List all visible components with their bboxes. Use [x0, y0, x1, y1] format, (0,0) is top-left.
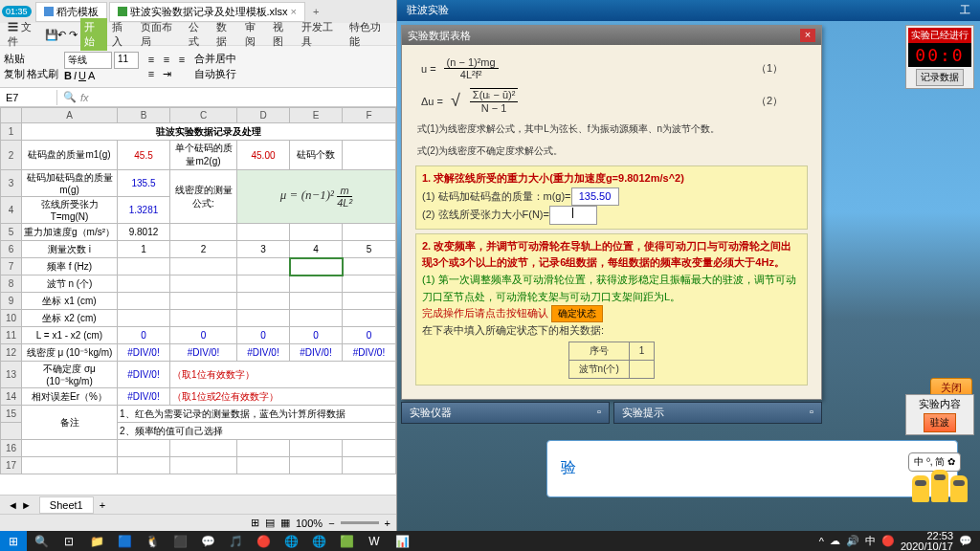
save-icon[interactable]: 💾 — [45, 29, 56, 40]
cell[interactable]: 砝码盘的质量m1(g) — [22, 141, 118, 170]
menu-special[interactable]: 特色功能 — [345, 18, 392, 51]
app-icon[interactable]: ⬛ — [167, 531, 193, 551]
cell[interactable]: 3 — [237, 241, 290, 258]
align-right-icon[interactable]: ≡ — [175, 53, 189, 66]
view-icon[interactable]: ▦ — [280, 517, 290, 529]
app-icon[interactable]: 📊 — [389, 531, 415, 551]
search-icon[interactable]: 🔍 — [28, 531, 55, 551]
sheet-tab[interactable]: Sheet1 — [39, 496, 94, 514]
chrome-icon[interactable]: 🌐 — [305, 531, 332, 551]
record-button[interactable]: 记录数据 — [916, 69, 964, 86]
cell[interactable]: 弦线所受张力T=mg(N) — [22, 197, 118, 224]
cell[interactable]: 0 — [290, 327, 343, 344]
cell[interactable]: 波节 n (个) — [22, 276, 118, 293]
redo-icon[interactable]: ↷ — [69, 29, 79, 40]
name-box[interactable]: E7 — [0, 90, 57, 105]
cell[interactable]: 砝码个数 — [290, 141, 343, 170]
cell[interactable]: #DIV/0! — [118, 344, 170, 362]
view-icon[interactable]: ▤ — [265, 517, 275, 529]
zoom-out[interactable]: − — [328, 518, 334, 529]
zoom-label[interactable]: 100% — [296, 518, 323, 529]
font-select[interactable]: 等线 — [64, 52, 112, 69]
align-center-icon[interactable]: ≡ — [160, 53, 173, 66]
cell[interactable]: 坐标 x2 (cm) — [22, 310, 118, 327]
cell[interactable]: 9.8012 — [118, 224, 170, 241]
app-icon[interactable]: 💬 — [194, 531, 221, 551]
cell[interactable]: （取1位或2位有效数字） — [170, 388, 396, 406]
zoom-in[interactable]: + — [385, 518, 390, 529]
app-icon[interactable]: 🔴 — [250, 531, 277, 551]
menu-review[interactable]: 审阅 — [241, 18, 269, 51]
tension-input[interactable] — [549, 206, 597, 225]
paste-button[interactable]: 粘贴 — [4, 52, 58, 66]
fill-color[interactable]: A — [88, 70, 95, 81]
cell[interactable]: 单个砝码的质量m2(g) — [170, 141, 237, 170]
undo-icon[interactable]: ↶ — [57, 29, 68, 40]
menu-dev[interactable]: 开发工具 — [298, 18, 345, 51]
size-select[interactable]: 11 — [114, 52, 139, 69]
cell[interactable]: 线密度的测量公式: — [170, 170, 237, 224]
confirm-button[interactable]: 确定状态 — [551, 305, 603, 322]
cell[interactable]: 相对误差Er（%） — [22, 388, 118, 406]
cell[interactable]: 0 — [343, 327, 396, 344]
add-sheet[interactable]: + — [94, 499, 111, 511]
explorer-icon[interactable]: 📁 — [83, 531, 110, 551]
ime-icon[interactable]: 🔴 — [881, 535, 895, 547]
edge-icon[interactable]: 🌐 — [278, 531, 304, 551]
cell[interactable]: #DIV/0! — [290, 344, 343, 362]
spreadsheet[interactable]: ABCDEF 1驻波实验数据记录及处理 2砝码盘的质量m1(g)45.5单个砝码… — [0, 107, 396, 474]
menu-file[interactable]: ☰ 文件 — [4, 18, 44, 51]
cell[interactable]: （取1位有效数字） — [170, 362, 396, 388]
cell[interactable]: 0 — [237, 327, 290, 344]
copy-button[interactable]: 复制 — [4, 67, 25, 81]
formula-cell[interactable]: μ = (n−1)² m4L² — [237, 170, 396, 224]
zoom-slider[interactable] — [341, 521, 379, 524]
ime-icon[interactable]: 中 — [865, 534, 876, 548]
app-icon[interactable]: 🐧 — [139, 531, 166, 551]
italic-button[interactable]: I — [74, 70, 77, 81]
add-tab[interactable]: + — [307, 6, 324, 17]
fx-area[interactable]: 🔍 fx — [57, 89, 95, 105]
cell[interactable]: 不确定度 σμ (10⁻⁵kg/m) — [22, 362, 118, 388]
mass-input[interactable]: 135.50 — [571, 187, 619, 207]
cell[interactable]: L = x1 - x2 (cm) — [22, 327, 118, 344]
app-icon[interactable]: 🟦 — [111, 531, 138, 551]
bold-button[interactable]: B — [64, 70, 72, 81]
cell[interactable]: #DIV/0! — [237, 344, 290, 362]
tray-icon[interactable]: ^ — [819, 536, 824, 547]
word-icon[interactable]: W — [361, 531, 388, 551]
cell[interactable]: 1.3281 — [118, 197, 170, 224]
cell[interactable]: 2 — [170, 241, 237, 258]
instruments-panel[interactable]: 实验仪器▫ — [401, 402, 610, 424]
selected-cell[interactable] — [290, 258, 343, 276]
tray-icon[interactable]: ☁ — [830, 535, 840, 547]
cell[interactable]: #DIV/0! — [118, 362, 170, 388]
table-cell[interactable] — [629, 360, 655, 378]
menu-layout[interactable]: 页面布局 — [137, 18, 184, 51]
close-icon[interactable]: × — [291, 6, 297, 17]
cell[interactable]: 2、频率f的值可自己选择 — [118, 423, 396, 440]
notifications-icon[interactable]: 💬 — [959, 535, 972, 547]
cell[interactable]: #DIV/0! — [118, 388, 170, 406]
sim-corner[interactable]: 工 — [960, 3, 970, 18]
app-icon[interactable]: 🟩 — [333, 531, 360, 551]
cell[interactable]: 0 — [118, 327, 170, 344]
cell[interactable]: 45.5 — [118, 141, 170, 170]
menu-data[interactable]: 数据 — [212, 18, 240, 51]
valign-icon[interactable]: ≡ — [145, 67, 158, 80]
start-button[interactable]: ⊞ — [0, 531, 27, 551]
merge-button[interactable]: 合并居中 — [194, 52, 236, 66]
task-view-icon[interactable]: ⊡ — [56, 531, 82, 551]
cell[interactable]: #DIV/0! — [170, 344, 237, 362]
volume-icon[interactable]: 🔊 — [846, 535, 859, 547]
view-icon[interactable]: ⊞ — [251, 517, 259, 529]
menu-formula[interactable]: 公式 — [185, 18, 212, 51]
hints-panel[interactable]: 实验提示▫ — [613, 402, 822, 424]
cell[interactable]: 5 — [343, 241, 396, 258]
cell[interactable]: 135.5 — [118, 170, 170, 197]
cell[interactable]: 1、红色为需要记录的测量数据，蓝色为计算所得数据 — [118, 406, 396, 423]
cell[interactable]: 备注 — [22, 406, 118, 440]
cell[interactable]: 测量次数 i — [22, 241, 118, 258]
app-icon[interactable]: 🎵 — [222, 531, 249, 551]
cell[interactable]: 4 — [290, 241, 343, 258]
